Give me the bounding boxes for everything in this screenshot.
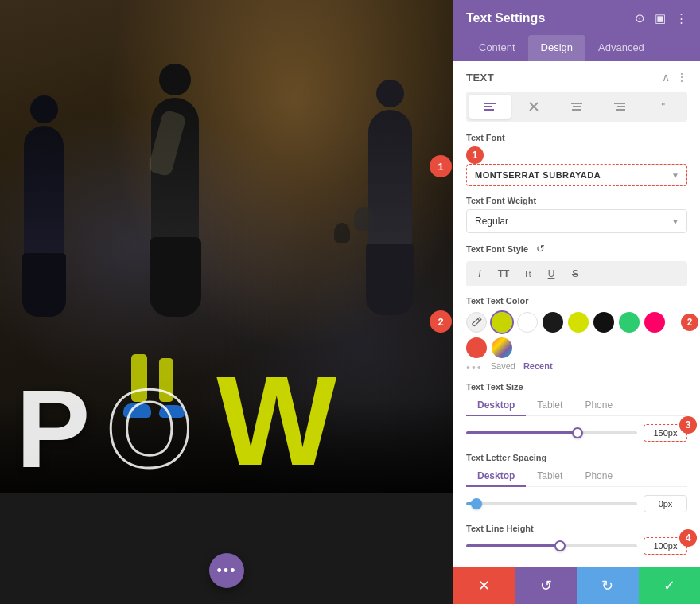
pow-overlay: P O W <box>0 357 453 485</box>
lineheight-slider-thumb[interactable] <box>554 540 566 551</box>
color-swatch-white[interactable] <box>517 312 538 333</box>
redo-button[interactable]: ↻ <box>577 567 639 604</box>
italic-btn[interactable]: I <box>469 263 491 284</box>
spacing-slider-row <box>466 495 687 512</box>
spacing-tab-group: Desktop Tablet Phone <box>466 466 687 487</box>
color-tab-saved[interactable]: Saved <box>491 361 515 374</box>
font-style-label: Text Font Style <box>466 244 528 254</box>
step-badge-size: 3 <box>679 416 697 434</box>
lineheight-slider-track <box>466 544 637 547</box>
eyedropper-swatch[interactable] <box>466 312 487 333</box>
color-swatch-pink[interactable] <box>644 312 665 333</box>
spacing-slider-track <box>466 502 637 505</box>
caps-btn[interactable]: Tt <box>516 263 539 284</box>
svg-line-11 <box>478 319 480 321</box>
fab-dots-icon: ••• <box>217 563 237 579</box>
color-swatches <box>466 312 687 358</box>
spacing-tab-tablet[interactable]: Tablet <box>526 466 574 487</box>
color-swatch-yellow-green[interactable] <box>492 312 512 333</box>
size-slider-fill <box>466 431 578 434</box>
tab-advanced[interactable]: Advanced <box>585 35 657 61</box>
align-left-btn[interactable] <box>469 95 511 119</box>
section-more-icon[interactable]: ⋮ <box>676 71 687 84</box>
settings-panel: Text Settings ⊙ ▣ ⋮ Content Design Advan… <box>453 0 700 604</box>
bold-btn[interactable]: TT <box>492 263 515 284</box>
size-slider-track <box>466 431 637 434</box>
panel-header: Text Settings ⊙ ▣ ⋮ Content Design Advan… <box>453 0 700 61</box>
font-style-reset-icon[interactable]: ↺ <box>536 243 545 255</box>
color-tab-recent[interactable]: Recent <box>523 361 553 374</box>
tab-design[interactable]: Design <box>528 35 585 61</box>
layout-icon[interactable]: ▣ <box>655 11 666 25</box>
alignment-buttons: " <box>466 92 687 122</box>
color-swatch-black[interactable] <box>542 312 563 333</box>
style-buttons-group: I TT Tt U S <box>466 261 687 286</box>
settings-icon[interactable]: ⊙ <box>635 11 645 25</box>
font-weight-label: Text Font Weight <box>466 196 687 205</box>
spacing-label: Text Letter Spacing <box>466 453 687 462</box>
section-title: Text <box>466 72 494 84</box>
tab-content[interactable]: Content <box>466 35 528 61</box>
size-tab-tablet[interactable]: Tablet <box>526 396 574 416</box>
font-select[interactable]: MONTSERRAT SUBRAYADA <box>466 164 687 186</box>
spacing-slider-thumb[interactable] <box>471 498 482 509</box>
size-tab-desktop[interactable]: Desktop <box>466 396 526 416</box>
reset-button[interactable]: ↺ <box>515 567 578 604</box>
pow-letter-w: W <box>216 357 336 485</box>
spacing-tab-phone[interactable]: Phone <box>574 466 624 487</box>
pow-letter-o: O <box>106 373 192 485</box>
pow-letter-p: P <box>16 373 90 485</box>
step-badge-2: 2 <box>430 310 452 333</box>
panel-title: Text Settings <box>466 11 545 25</box>
panel-content: Text ∧ ⋮ " Text Font <box>453 61 700 567</box>
align-center-btn[interactable] <box>556 95 597 119</box>
cancel-button[interactable]: ✕ <box>453 567 515 604</box>
strikethrough-btn[interactable]: S <box>564 263 586 284</box>
size-tab-group: Desktop Tablet Phone <box>466 396 687 416</box>
align-right-btn[interactable] <box>599 95 640 119</box>
spacing-tab-desktop[interactable]: Desktop <box>466 466 526 487</box>
font-weight-wrapper: Regular ▼ <box>466 209 687 233</box>
step-badge-font: 1 <box>466 146 484 164</box>
fab-menu-button[interactable]: ••• <box>209 553 244 588</box>
lineheight-label: Text Line Height <box>466 524 687 533</box>
lineheight-slider-row <box>466 537 687 555</box>
color-tab-group: ••• Saved Recent <box>466 361 687 374</box>
canvas-panel: P O W ••• 1 2 <box>0 0 453 604</box>
step-badge-1: 1 <box>430 155 452 177</box>
font-label: Text Font <box>466 133 687 142</box>
align-quote-btn[interactable]: " <box>643 95 684 119</box>
color-swatch-dark[interactable] <box>593 312 614 333</box>
color-swatch-lime[interactable] <box>568 312 589 333</box>
color-swatch-gradient[interactable] <box>492 337 512 358</box>
panel-title-row: Text Settings ⊙ ▣ ⋮ <box>466 11 687 25</box>
lineheight-slider-fill <box>466 544 560 547</box>
header-icons: ⊙ ▣ ⋮ <box>635 11 687 25</box>
color-swatch-green[interactable] <box>619 312 640 333</box>
save-button[interactable]: ✓ <box>639 567 701 604</box>
text-section-header: Text ∧ ⋮ <box>466 71 687 84</box>
color-dots[interactable]: ••• <box>466 361 483 374</box>
section-expand-icon[interactable]: ∧ <box>662 71 670 84</box>
font-weight-select[interactable]: Regular <box>466 209 687 233</box>
align-none-btn[interactable] <box>512 95 554 119</box>
size-slider-thumb[interactable] <box>572 427 583 438</box>
more-icon[interactable]: ⋮ <box>675 11 687 25</box>
spacing-input[interactable] <box>644 495 687 512</box>
size-tab-phone[interactable]: Phone <box>574 396 624 416</box>
color-label: Text Text Color <box>466 296 687 306</box>
size-slider-row <box>466 424 687 442</box>
panel-tabs: Content Design Advanced <box>466 35 687 61</box>
underline-btn[interactable]: U <box>540 263 562 284</box>
size-label: Text Text Size <box>466 382 687 392</box>
font-select-wrapper: MONTSERRAT SUBRAYADA ▼ <box>466 164 687 186</box>
step-badge-lineheight: 4 <box>679 529 697 547</box>
step-badge-color: 2 <box>681 314 698 331</box>
bottom-toolbar: ✕ ↺ ↻ ✓ <box>453 567 700 604</box>
color-swatch-red[interactable] <box>466 337 487 358</box>
